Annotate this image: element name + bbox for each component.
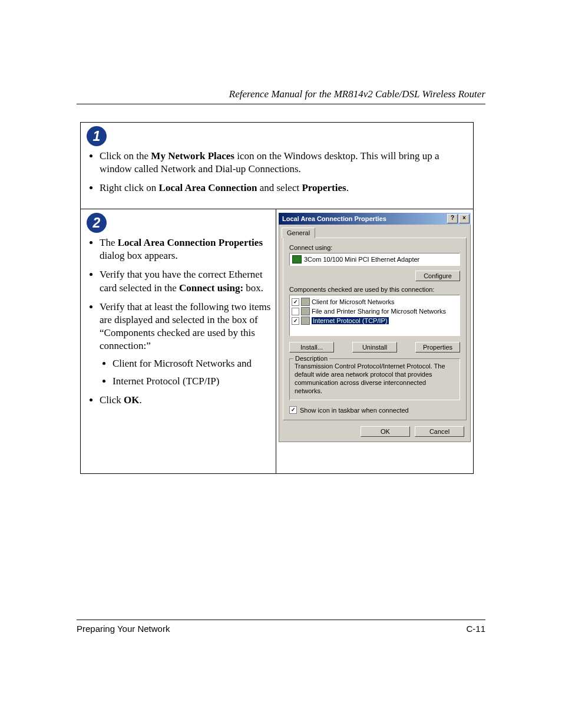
- step-2-text-cell: 2 The Local Area Connection Properties d…: [81, 209, 276, 473]
- footer-section: Preparing Your Network: [77, 624, 170, 634]
- uninstall-button[interactable]: Uninstall: [352, 342, 397, 353]
- properties-dialog: Local Area Connection Properties ? × Gen…: [279, 213, 471, 442]
- description-text: Transmission Control Protocol/Internet P…: [295, 363, 455, 395]
- components-label: Components checked are used by this conn…: [289, 286, 460, 293]
- fileshare-icon: [301, 307, 310, 315]
- components-list[interactable]: Client for Microsoft Networks File and P…: [289, 295, 460, 336]
- step-1-cell: 1 Click on the My Network Places icon on…: [81, 123, 473, 209]
- step-2-screenshot-cell: Local Area Connection Properties ? × Gen…: [276, 209, 473, 473]
- component-tcpip[interactable]: Internet Protocol (TCP/IP): [292, 316, 458, 325]
- step-1-list: Click on the My Network Places icon on t…: [100, 150, 470, 195]
- show-taskbar-label: Show icon in taskbar when connected: [300, 407, 409, 414]
- adapter-name: 3Com 10/100 Mini PCI Ethernet Adapter: [304, 256, 419, 263]
- show-taskbar-row[interactable]: Show icon in taskbar when connected: [289, 406, 460, 414]
- help-button[interactable]: ?: [447, 214, 458, 223]
- component-button-row: Install... Uninstall Properties: [289, 342, 460, 353]
- header-rule: [77, 104, 485, 104]
- install-button[interactable]: Install...: [289, 342, 334, 353]
- step-2-sub-2: Internet Protocol (TCP/IP): [113, 375, 272, 388]
- step-2-sublist: Client for Microsoft Networks and Intern…: [113, 357, 272, 388]
- tab-general[interactable]: General: [282, 228, 315, 238]
- checkbox-show-taskbar[interactable]: [289, 406, 297, 414]
- step-2-badge: 2: [87, 213, 107, 233]
- dialog-button-row: OK Cancel: [279, 426, 464, 437]
- step-1-item-1: Click on the My Network Places icon on t…: [100, 150, 470, 176]
- tab-panel-general: Connect using: 3Com 10/100 Mini PCI Ethe…: [283, 238, 467, 420]
- step-2-item-3: Verify that at least the following two i…: [100, 301, 272, 388]
- step-2-row: 2 The Local Area Connection Properties d…: [81, 209, 473, 473]
- page-footer: Preparing Your Network C-11: [77, 620, 485, 634]
- checkbox-client[interactable]: [292, 298, 299, 306]
- checkbox-fileshare[interactable]: [292, 308, 299, 315]
- close-button[interactable]: ×: [459, 214, 470, 223]
- tab-strip: General: [279, 227, 470, 238]
- step-2-item-1: The Local Area Connection Properties dia…: [100, 236, 272, 262]
- step-2-list: The Local Area Connection Properties dia…: [100, 236, 272, 407]
- footer-rule: [77, 620, 485, 620]
- step-1-item-2: Right click on Local Area Connection and…: [100, 182, 470, 195]
- running-header: Reference Manual for the MR814v2 Cable/D…: [77, 88, 485, 100]
- component-client[interactable]: Client for Microsoft Networks: [292, 297, 458, 307]
- component-fileshare[interactable]: File and Printer Sharing for Microsoft N…: [292, 307, 458, 316]
- connect-using-label: Connect using:: [289, 244, 460, 251]
- checkbox-tcpip[interactable]: [292, 317, 299, 325]
- description-group: Description Transmission Control Protoco…: [289, 358, 460, 400]
- dialog-titlebar[interactable]: Local Area Connection Properties ? ×: [279, 213, 471, 225]
- step-1-badge: 1: [87, 126, 107, 146]
- tcpip-icon: [301, 317, 310, 325]
- configure-button[interactable]: Configure: [415, 271, 460, 281]
- dialog-body: General Connect using: 3Com 10/100 Mini …: [279, 225, 471, 442]
- adapter-field[interactable]: 3Com 10/100 Mini PCI Ethernet Adapter: [289, 253, 460, 266]
- step-2-item-2: Verify that you have the correct Etherne…: [100, 268, 272, 294]
- document-page: Reference Manual for the MR814v2 Cable/D…: [0, 0, 562, 728]
- footer-page: C-11: [466, 624, 485, 634]
- client-icon: [301, 298, 310, 306]
- properties-button[interactable]: Properties: [415, 342, 460, 353]
- description-legend: Description: [293, 355, 329, 362]
- nic-icon: [292, 255, 302, 263]
- dialog-title: Local Area Connection Properties: [282, 215, 386, 222]
- step-2-sub-1: Client for Microsoft Networks and: [113, 357, 272, 370]
- cancel-button[interactable]: Cancel: [415, 426, 464, 437]
- ok-button[interactable]: OK: [361, 426, 410, 437]
- instruction-table: 1 Click on the My Network Places icon on…: [80, 122, 474, 474]
- step-2-item-4: Click OK.: [100, 394, 272, 407]
